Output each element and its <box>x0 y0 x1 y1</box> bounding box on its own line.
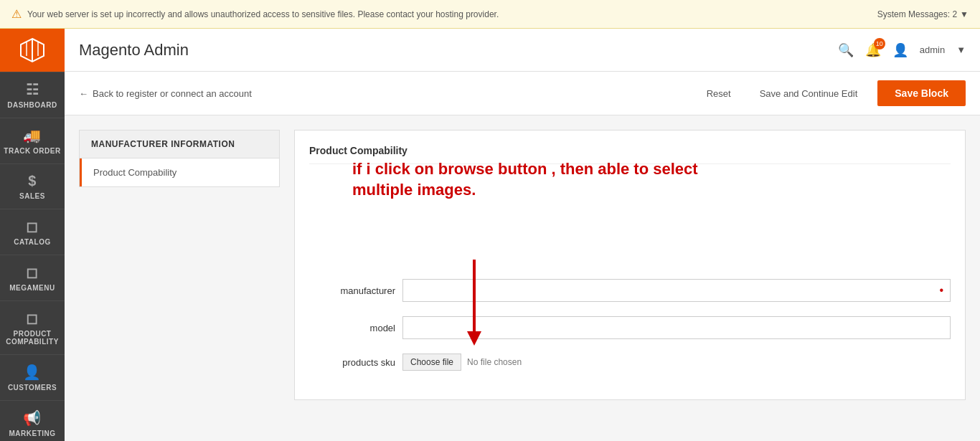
dropdown-icon: ▼ <box>960 9 969 19</box>
warning-bar: ⚠ Your web server is set up incorrectly … <box>0 0 980 29</box>
model-input[interactable] <box>402 316 951 339</box>
sidebar-item-customers[interactable]: 👤 CUSTOMERS <box>0 354 65 400</box>
annotation-content: if i click on browse button , then able … <box>352 160 698 199</box>
content-area: Magento Admin 🔍 🔔 10 👤 admin ▼ ← Back to… <box>65 29 980 441</box>
back-arrow-icon: ← <box>79 88 88 99</box>
save-block-button[interactable]: Save Block <box>877 80 966 106</box>
sidebar-label-catalog: CATALOG <box>14 238 50 246</box>
notification-badge: 10 <box>874 38 885 49</box>
sidebar-label-sales: SALES <box>19 192 45 200</box>
sidebar-label-customers: CUSTOMERS <box>8 384 57 392</box>
left-panel-header: MANUFACTURER INFORMATION <box>80 131 279 158</box>
choose-file-button[interactable]: Choose file <box>402 354 461 371</box>
products-sku-field-row: products sku Choose file No file chosen <box>309 354 951 371</box>
sidebar-label-dashboard: DASHBOARD <box>7 101 57 109</box>
file-input-group: Choose file No file chosen <box>402 354 522 371</box>
megamenu-icon: ◻ <box>26 264 39 281</box>
sidebar-item-dashboard[interactable]: ☷ DASHBOARD <box>0 72 65 118</box>
customers-icon: 👤 <box>23 364 42 381</box>
save-continue-button[interactable]: Save and Continue Edit <box>751 82 867 105</box>
sidebar-item-megamenu[interactable]: ◻ MEGAMENU <box>0 255 65 300</box>
page-content: ← Back to register or connect an account… <box>65 72 980 441</box>
sidebar-item-product-compability[interactable]: ◻ PRODUCT COMPABILITY <box>0 300 65 354</box>
admin-dropdown-icon[interactable]: ▼ <box>956 44 966 55</box>
dashboard-icon: ☷ <box>26 81 39 98</box>
header-actions: 🔍 🔔 10 👤 admin ▼ <box>838 42 966 58</box>
manufacturer-input[interactable] <box>402 279 951 302</box>
sidebar: ☷ DASHBOARD 🚚 TRACK ORDER $ SALES ◻ CATA… <box>0 29 65 441</box>
model-label: model <box>309 323 395 333</box>
sales-icon: $ <box>28 173 37 189</box>
left-panel-item-product-compability[interactable]: Product Compability <box>80 158 279 186</box>
right-panel: if i click on browse button , then able … <box>294 130 966 400</box>
sidebar-label-megamenu: MEGAMENU <box>9 284 55 292</box>
warning-message: ⚠ Your web server is set up incorrectly … <box>11 7 499 21</box>
sidebar-label-marketing: MARKETING <box>9 430 55 437</box>
products-sku-label: products sku <box>309 357 395 368</box>
logo[interactable] <box>0 29 65 72</box>
sidebar-item-track-order[interactable]: 🚚 TRACK ORDER <box>0 118 65 163</box>
page-title: Magento Admin <box>79 41 189 60</box>
manufacturer-field-row: manufacturer • <box>309 279 951 302</box>
page-body: MANUFACTURER INFORMATION Product Compabi… <box>65 115 980 414</box>
required-indicator: • <box>939 284 943 297</box>
sidebar-item-marketing[interactable]: 📢 MARKETING <box>0 400 65 441</box>
system-messages[interactable]: System Messages: 2 ▼ <box>877 9 969 19</box>
manufacturer-label: manufacturer <box>309 285 395 296</box>
admin-menu[interactable]: admin <box>920 44 945 55</box>
catalog-icon: ◻ <box>26 218 39 235</box>
sidebar-label-product-compability: PRODUCT COMPABILITY <box>3 330 62 346</box>
product-compability-icon: ◻ <box>26 310 39 327</box>
section-title: Product Compability <box>309 145 951 164</box>
marketing-icon: 📢 <box>23 409 42 427</box>
no-file-chosen-text: No file chosen <box>467 357 522 367</box>
back-link[interactable]: ← Back to register or connect an account <box>79 88 252 99</box>
track-order-icon: 🚚 <box>23 127 42 144</box>
warning-text: Your web server is set up incorrectly an… <box>27 9 499 19</box>
user-icon: 👤 <box>892 42 908 58</box>
search-button[interactable]: 🔍 <box>838 42 854 58</box>
sidebar-item-catalog[interactable]: ◻ CATALOG <box>0 209 65 255</box>
sidebar-item-sales[interactable]: $ SALES <box>0 163 65 209</box>
system-messages-label: System Messages: 2 <box>877 9 957 19</box>
left-panel: MANUFACTURER INFORMATION Product Compabi… <box>79 130 280 187</box>
page-header: Magento Admin 🔍 🔔 10 👤 admin ▼ <box>65 29 980 72</box>
action-bar: ← Back to register or connect an account… <box>65 72 980 115</box>
model-field-row: model <box>309 316 951 339</box>
sidebar-label-track-order: TRACK ORDER <box>4 147 60 155</box>
warning-icon: ⚠ <box>11 7 22 21</box>
notifications-button[interactable]: 🔔 10 <box>865 42 881 58</box>
reset-button[interactable]: Reset <box>698 82 740 105</box>
back-link-label: Back to register or connect an account <box>93 88 252 99</box>
annotation-text: if i click on browse button , then able … <box>352 159 711 200</box>
